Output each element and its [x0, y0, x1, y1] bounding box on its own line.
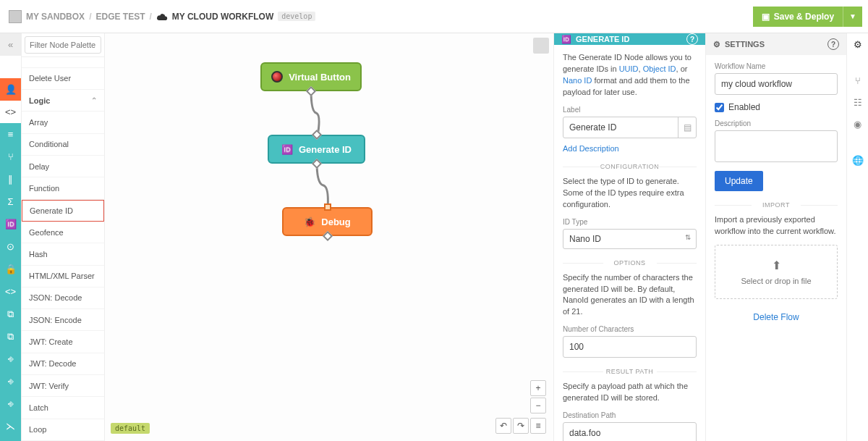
- input-port[interactable]: [324, 203, 331, 211]
- enabled-checkbox-wrap[interactable]: Enabled: [715, 102, 838, 112]
- palette-item-latch[interactable]: Latch: [22, 397, 104, 419]
- palette-spacer: [22, 57, 104, 68]
- palette-item-jwt-verify[interactable]: JWT: Verify: [22, 375, 104, 397]
- palette-item-array[interactable]: Array: [22, 112, 104, 133]
- breadcrumb-workflow[interactable]: MY CLOUD WORKFLOW: [172, 12, 273, 22]
- node-generate-id[interactable]: 🆔 Generate ID: [268, 135, 365, 164]
- avatar: [9, 10, 22, 23]
- workflow-canvas[interactable]: Virtual Button 🆔 Generate ID 🐞 Debug def…: [105, 33, 553, 441]
- output-port[interactable]: [322, 231, 332, 241]
- node-virtual-button[interactable]: Virtual Button: [260, 62, 362, 91]
- menu-button[interactable]: ≡: [530, 418, 546, 434]
- canvas-toolbar-button[interactable]: [533, 38, 549, 54]
- palette-item-jwt-decode[interactable]: JWT: Decode: [22, 353, 104, 375]
- link-objectid[interactable]: Object ID: [643, 64, 676, 73]
- wire: [315, 162, 336, 209]
- section-options: OPTIONS: [563, 259, 697, 266]
- palette-item-json-encode[interactable]: JSON: Encode: [22, 309, 104, 331]
- jwt-create-icon[interactable]: ⎆: [0, 348, 21, 370]
- node-label: Virtual Button: [289, 72, 351, 83]
- palette-item-json-decode[interactable]: JSON: Decode: [22, 287, 104, 309]
- loop-icon[interactable]: ⟳: [0, 437, 21, 441]
- function-icon[interactable]: Σ: [0, 190, 21, 213]
- palette-item-hash[interactable]: Hash: [22, 243, 104, 265]
- node-debug[interactable]: 🐞 Debug: [282, 207, 373, 236]
- logic-category-icon[interactable]: <>: [0, 101, 21, 123]
- output-port[interactable]: [306, 86, 316, 96]
- input-port[interactable]: [311, 130, 321, 140]
- zoom-in-button[interactable]: +: [530, 380, 546, 396]
- jwt-decode-icon[interactable]: ⎆: [0, 370, 21, 392]
- import-dropzone[interactable]: ⬆ Select or drop in file: [715, 245, 838, 299]
- palette-item-delete-user[interactable]: Delete User: [22, 68, 104, 90]
- collapse-palette-icon[interactable]: «: [0, 33, 21, 56]
- html-parser-icon[interactable]: <>: [0, 280, 21, 303]
- link-uuid[interactable]: UUID: [619, 64, 639, 73]
- gear-icon[interactable]: ⚙: [847, 33, 868, 55]
- help-icon[interactable]: ?: [686, 33, 698, 45]
- save-deploy-dropdown[interactable]: ▼: [843, 7, 862, 27]
- json-decode-icon[interactable]: ⧉: [0, 303, 21, 325]
- breadcrumb-sep: /: [149, 12, 151, 22]
- link-nanoid[interactable]: Nano ID: [563, 76, 592, 85]
- settings-panel-title: SETTINGS: [725, 40, 765, 49]
- disk-icon[interactable]: ◉: [847, 113, 868, 135]
- array-icon[interactable]: ≡: [0, 123, 21, 146]
- dropzone-label: Select or drop in file: [741, 277, 811, 285]
- database-icon[interactable]: ☷: [847, 91, 868, 113]
- id-card-icon: 🆔: [281, 144, 293, 155]
- jwt-verify-icon[interactable]: ⎆: [0, 392, 21, 415]
- undo-button[interactable]: ↶: [495, 418, 511, 434]
- import-help-text: Import a previously exported workflow in…: [715, 214, 838, 238]
- config-panel-title: GENERATE ID: [576, 35, 629, 43]
- delete-user-icon[interactable]: 👤: [0, 78, 21, 101]
- numchars-input[interactable]: [563, 336, 697, 358]
- options-help-text: Specify the number of characters the gen…: [563, 272, 697, 319]
- config-help-text: Select the type of ID to generate. Some …: [563, 176, 697, 211]
- palette-item-html-xml-parser[interactable]: HTML/XML Parser: [22, 266, 104, 287]
- idtype-select[interactable]: Nano ID: [563, 229, 697, 249]
- section-result: RESULT PATH: [563, 368, 697, 375]
- geofence-icon[interactable]: ⊙: [0, 235, 21, 258]
- latch-icon[interactable]: ⋋: [0, 415, 21, 437]
- main: « 👤 <> ≡ ⑂ ∥ Σ 🆔 ⊙ 🔒 <> ⧉ ⧉ ⎆ ⎆ ⎆ ⋋ ⟳ De…: [0, 33, 868, 441]
- config-panel-body: The Generate ID Node allows you to gener…: [554, 45, 705, 441]
- palette-filter-input[interactable]: [25, 36, 101, 54]
- palette-item-loop[interactable]: Loop: [22, 419, 104, 441]
- breadcrumb-sandbox[interactable]: MY SANDBOX: [26, 12, 85, 22]
- globe-icon[interactable]: 🌐: [847, 149, 868, 171]
- palette-item-jwt-create[interactable]: JWT: Create: [22, 331, 104, 353]
- destpath-input[interactable]: [563, 422, 697, 441]
- palette-item-geofence[interactable]: Geofence: [22, 222, 104, 243]
- template-icon[interactable]: ▤: [678, 117, 697, 138]
- description-textarea[interactable]: [715, 130, 838, 162]
- palette-item-generate-id[interactable]: Generate ID: [22, 200, 104, 222]
- breadcrumb-project[interactable]: EDGE TEST: [95, 12, 145, 22]
- section-configuration: CONFIGURATION: [563, 163, 697, 170]
- delete-flow-link[interactable]: Delete Flow: [715, 312, 838, 322]
- breadcrumb: MY SANDBOX / EDGE TEST / MY CLOUD WORKFL…: [9, 10, 315, 23]
- output-port[interactable]: [311, 159, 321, 169]
- redo-button[interactable]: ↷: [513, 418, 529, 434]
- node-label: Debug: [321, 217, 350, 227]
- branch-icon[interactable]: ⑂: [847, 70, 868, 91]
- palette-item-function[interactable]: Function: [22, 177, 104, 199]
- palette-item-conditional[interactable]: Conditional: [22, 134, 104, 156]
- conditional-icon[interactable]: ⑂: [0, 146, 21, 168]
- workflow-name-input[interactable]: [715, 73, 838, 95]
- save-deploy-button[interactable]: ▣ Save & Deploy: [753, 7, 843, 27]
- json-encode-icon[interactable]: ⧉: [0, 325, 21, 348]
- hash-icon[interactable]: 🔒: [0, 258, 21, 280]
- label-input[interactable]: [563, 117, 697, 138]
- config-intro: The Generate ID Node allows you to gener…: [563, 52, 697, 98]
- help-icon[interactable]: ?: [827, 38, 839, 50]
- update-button[interactable]: Update: [715, 171, 763, 191]
- palette-item-delay[interactable]: Delay: [22, 156, 104, 177]
- generate-id-icon[interactable]: 🆔: [0, 213, 21, 235]
- default-badge: default: [111, 423, 150, 434]
- palette-category-logic[interactable]: Logic ⌃: [22, 90, 104, 112]
- enabled-checkbox[interactable]: [715, 103, 724, 112]
- delay-icon[interactable]: ∥: [0, 168, 21, 190]
- add-description-link[interactable]: Add Description: [563, 144, 619, 153]
- zoom-out-button[interactable]: −: [530, 398, 546, 413]
